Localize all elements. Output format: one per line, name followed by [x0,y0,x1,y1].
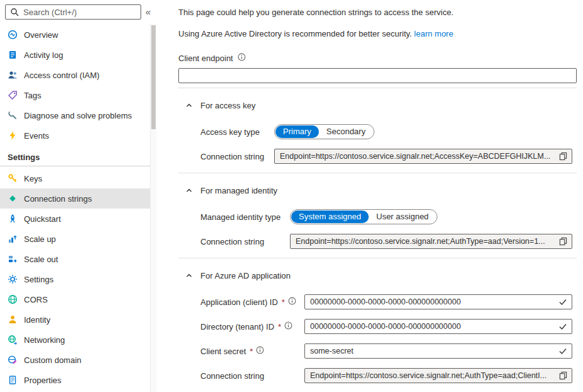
sidebar-item-activity-log[interactable]: Activity log [0,45,156,65]
sidebar-item-properties[interactable]: Properties [0,370,156,390]
search-input[interactable] [5,4,141,20]
sidebar-item-label: Diagnose and solve problems [24,111,132,120]
info-icon[interactable] [288,297,296,307]
info-icon[interactable] [256,346,264,356]
connection-strings-page: « Overview Activity log Access control (… [0,0,583,392]
overview-icon [8,30,18,40]
sidebar-item-label: Quickstart [24,214,61,224]
client-secret-label: Client secret * [200,346,304,356]
access-key-connection-string-field[interactable]: Endpoint=https://contoso.service.signalr… [274,149,572,164]
sidebar-collapse-button[interactable]: « [144,6,154,18]
sidebar-item-diagnose[interactable]: Diagnose and solve problems [0,105,156,125]
sidebar-item-custom-domain[interactable]: Custom domain [0,350,156,370]
label-text: Directory (tenant) ID [200,322,274,331]
connection-string-label: Connection string [200,237,290,246]
required-marker: * [282,297,285,307]
client-secret-row: Client secret * [200,343,577,359]
valid-check-icon [558,323,567,330]
sidebar-item-keys[interactable]: Keys [0,168,156,188]
valid-check-icon [558,298,567,306]
user-assigned-option[interactable]: User assigned [369,210,436,223]
sidebar-item-overview[interactable]: Overview [0,25,156,45]
sidebar-scrollbar[interactable] [150,24,156,392]
access-key-connection-string-row: Connection string Endpoint=https://conto… [200,149,577,164]
valid-check-icon [558,347,567,355]
info-icon[interactable] [238,53,246,63]
section-title: For access key [200,100,255,112]
managed-identity-section: For managed identity Managed identity ty… [178,173,577,253]
gear-icon [8,274,18,284]
diagnose-icon [8,110,18,120]
section-title: For Azure AD application [200,270,291,282]
copy-icon[interactable] [559,237,567,246]
sidebar-item-events[interactable]: Events [0,125,156,146]
managed-identity-connection-string-row: Connection string Endpoint=https://conto… [200,234,577,249]
custom-domain-icon [8,355,18,365]
settings-section-header: Settings [0,146,156,166]
directory-id-row: Directory (tenant) ID * [200,319,577,334]
access-key-type-secondary-option[interactable]: Secondary [319,125,373,138]
sidebar-item-quickstart[interactable]: Quickstart [0,209,156,229]
learn-more-link[interactable]: learn more [414,29,453,38]
application-id-input-wrap [304,294,572,309]
sidebar-item-label: Settings [24,275,54,284]
aad-recommendation-sentence: Using Azure Active Directory is recommen… [178,29,412,38]
sidebar-item-label: Keys [24,174,42,183]
managed-identity-type-label: Managed identity type [200,212,290,222]
tags-icon [8,90,18,100]
sidebar-item-label: Scale out [24,255,58,264]
sidebar-item-cors[interactable]: CORS [0,289,156,309]
azure-ad-section-header[interactable]: For Azure AD application [185,270,570,282]
connection-string-value: Endpoint=https://contoso.service.signalr… [296,237,554,246]
info-icon[interactable] [284,321,292,331]
application-id-label: Application (client) ID * [200,297,304,307]
client-endpoint-label-row: Client endpoint [178,53,577,63]
sidebar-item-scale-out[interactable]: Scale out [0,249,156,269]
access-key-type-primary-option[interactable]: Primary [275,125,319,138]
networking-icon [8,335,18,345]
chevron-up-icon[interactable] [185,101,193,112]
sidebar-item-label: Networking [24,335,65,345]
copy-icon[interactable] [559,371,567,380]
chevron-up-icon[interactable] [185,271,193,282]
managed-identity-type-row: Managed identity type System assigned Us… [200,209,577,224]
label-text: Application (client) ID [200,297,278,307]
access-key-section-header[interactable]: For access key [185,100,570,112]
identity-icon [8,314,18,325]
access-key-section: For access key Access key type Primary S… [178,88,577,168]
application-id-row: Application (client) ID * [200,294,577,309]
sidebar-divider [0,166,156,166]
access-key-type-label: Access key type [200,127,274,137]
azure-ad-connection-string-field[interactable]: Endpoint=https://contoso.service.signalr… [304,368,572,383]
scrollbar-thumb[interactable] [151,25,156,129]
properties-icon [8,375,18,385]
sidebar-item-identity[interactable]: Identity [0,309,156,330]
copy-icon[interactable] [559,152,567,161]
aad-recommendation-text: Using Azure Active Directory is recommen… [178,29,577,39]
sidebar-item-label: Connection strings [24,194,92,204]
managed-identity-section-header[interactable]: For managed identity [185,185,570,197]
page-intro-text: This page could help you generate connec… [178,8,577,18]
search-icon [10,8,19,16]
label-text: Client secret [200,347,246,356]
sidebar-item-settings[interactable]: Settings [0,269,156,289]
directory-id-input[interactable] [304,319,572,334]
managed-identity-connection-string-field[interactable]: Endpoint=https://contoso.service.signalr… [290,234,572,249]
chevron-up-icon[interactable] [185,186,193,197]
label-text: Managed identity type [200,212,280,222]
client-secret-input[interactable] [304,343,572,359]
directory-id-label: Directory (tenant) ID * [200,321,304,331]
sidebar-search-row: « [0,0,156,23]
managed-identity-type-toggle: System assigned User assigned [290,209,437,224]
client-endpoint-input[interactable] [178,68,577,83]
label-text: Access key type [200,127,260,137]
application-id-input[interactable] [304,294,572,309]
client-endpoint-label: Client endpoint [178,54,233,63]
sidebar-item-scale-up[interactable]: Scale up [0,229,156,249]
system-assigned-option[interactable]: System assigned [291,210,369,223]
sidebar-item-tags[interactable]: Tags [0,85,156,105]
events-icon [8,130,18,141]
sidebar-item-connection-strings[interactable]: Connection strings [0,188,156,209]
sidebar-item-networking[interactable]: Networking [0,330,156,350]
sidebar-item-access-control[interactable]: Access control (IAM) [0,65,156,85]
